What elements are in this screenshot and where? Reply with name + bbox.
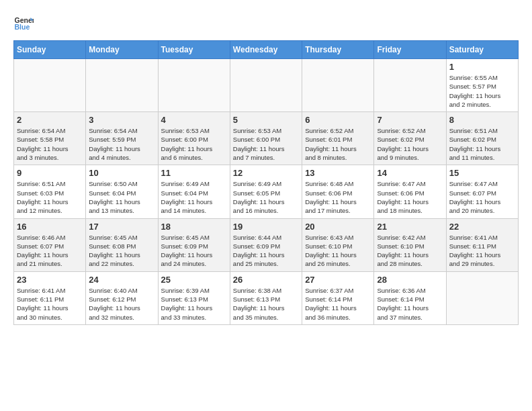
day-info: Sunrise: 6:51 AM Sunset: 6:03 PM Dayligh… [17, 179, 83, 215]
day-info: Sunrise: 6:53 AM Sunset: 6:00 PM Dayligh… [233, 126, 299, 162]
day-info: Sunrise: 6:42 AM Sunset: 6:10 PM Dayligh… [377, 233, 443, 269]
day-number: 17 [89, 222, 154, 232]
calendar-day-cell: 5Sunrise: 6:53 AM Sunset: 6:00 PM Daylig… [230, 112, 302, 165]
day-info: Sunrise: 6:49 AM Sunset: 6:05 PM Dayligh… [233, 179, 299, 215]
day-number: 1 [449, 62, 515, 72]
calendar-day-cell [302, 59, 374, 112]
calendar-day-cell: 22Sunrise: 6:41 AM Sunset: 6:11 PM Dayli… [446, 218, 518, 271]
day-number: 5 [233, 115, 299, 125]
day-info: Sunrise: 6:46 AM Sunset: 6:07 PM Dayligh… [17, 233, 83, 269]
calendar-day-cell: 11Sunrise: 6:49 AM Sunset: 6:04 PM Dayli… [158, 165, 230, 218]
day-info: Sunrise: 6:53 AM Sunset: 6:00 PM Dayligh… [161, 126, 227, 162]
calendar-day-cell: 19Sunrise: 6:44 AM Sunset: 6:09 PM Dayli… [230, 218, 302, 271]
day-number: 2 [17, 115, 83, 125]
calendar-day-cell: 26Sunrise: 6:38 AM Sunset: 6:13 PM Dayli… [230, 271, 302, 324]
day-number: 6 [305, 115, 371, 125]
calendar-day-cell: 28Sunrise: 6:36 AM Sunset: 6:14 PM Dayli… [374, 271, 446, 324]
day-number: 16 [17, 222, 83, 232]
calendar-day-cell [230, 59, 302, 112]
day-number: 19 [233, 222, 299, 232]
day-info: Sunrise: 6:48 AM Sunset: 6:06 PM Dayligh… [305, 179, 371, 215]
calendar-week-row: 1Sunrise: 6:55 AM Sunset: 5:57 PM Daylig… [14, 59, 519, 112]
day-info: Sunrise: 6:47 AM Sunset: 6:07 PM Dayligh… [449, 179, 515, 215]
svg-text:Blue: Blue [15, 23, 30, 31]
page-header: General Blue [13, 13, 519, 34]
weekday-header-friday: Friday [374, 41, 446, 59]
day-number: 21 [377, 222, 443, 232]
calendar-week-row: 9Sunrise: 6:51 AM Sunset: 6:03 PM Daylig… [14, 165, 519, 218]
weekday-header-sunday: Sunday [14, 41, 86, 59]
day-number: 20 [305, 222, 371, 232]
day-number: 18 [161, 222, 227, 232]
calendar-day-cell: 14Sunrise: 6:47 AM Sunset: 6:06 PM Dayli… [374, 165, 446, 218]
calendar-day-cell: 1Sunrise: 6:55 AM Sunset: 5:57 PM Daylig… [446, 59, 518, 112]
weekday-header-thursday: Thursday [302, 41, 374, 59]
day-number: 25 [161, 275, 227, 285]
day-number: 14 [377, 168, 443, 178]
calendar-day-cell: 18Sunrise: 6:45 AM Sunset: 6:09 PM Dayli… [158, 218, 230, 271]
calendar-day-cell [158, 59, 230, 112]
calendar-day-cell: 8Sunrise: 6:51 AM Sunset: 6:02 PM Daylig… [446, 112, 518, 165]
day-info: Sunrise: 6:39 AM Sunset: 6:13 PM Dayligh… [161, 286, 227, 322]
day-number: 12 [233, 168, 299, 178]
calendar-week-row: 2Sunrise: 6:54 AM Sunset: 5:58 PM Daylig… [14, 112, 519, 165]
calendar-day-cell [446, 271, 518, 324]
day-info: Sunrise: 6:54 AM Sunset: 5:59 PM Dayligh… [89, 126, 154, 162]
day-number: 9 [17, 168, 83, 178]
calendar-day-cell: 24Sunrise: 6:40 AM Sunset: 6:12 PM Dayli… [86, 271, 158, 324]
calendar-day-cell: 23Sunrise: 6:41 AM Sunset: 6:11 PM Dayli… [14, 271, 86, 324]
calendar-day-cell: 16Sunrise: 6:46 AM Sunset: 6:07 PM Dayli… [14, 218, 86, 271]
calendar-day-cell [374, 59, 446, 112]
day-info: Sunrise: 6:49 AM Sunset: 6:04 PM Dayligh… [161, 179, 227, 215]
day-info: Sunrise: 6:41 AM Sunset: 6:11 PM Dayligh… [449, 233, 515, 269]
calendar-day-cell: 12Sunrise: 6:49 AM Sunset: 6:05 PM Dayli… [230, 165, 302, 218]
calendar-day-cell: 25Sunrise: 6:39 AM Sunset: 6:13 PM Dayli… [158, 271, 230, 324]
day-info: Sunrise: 6:52 AM Sunset: 6:02 PM Dayligh… [377, 126, 443, 162]
calendar-day-cell: 6Sunrise: 6:52 AM Sunset: 6:01 PM Daylig… [302, 112, 374, 165]
day-number: 15 [449, 168, 515, 178]
calendar-day-cell: 21Sunrise: 6:42 AM Sunset: 6:10 PM Dayli… [374, 218, 446, 271]
calendar-day-cell [86, 59, 158, 112]
logo: General Blue [13, 13, 36, 34]
calendar-week-row: 23Sunrise: 6:41 AM Sunset: 6:11 PM Dayli… [14, 271, 519, 324]
weekday-header-saturday: Saturday [446, 41, 518, 59]
day-info: Sunrise: 6:41 AM Sunset: 6:11 PM Dayligh… [17, 286, 83, 322]
calendar-week-row: 16Sunrise: 6:46 AM Sunset: 6:07 PM Dayli… [14, 218, 519, 271]
day-info: Sunrise: 6:50 AM Sunset: 6:04 PM Dayligh… [89, 179, 154, 215]
calendar-day-cell: 17Sunrise: 6:45 AM Sunset: 6:08 PM Dayli… [86, 218, 158, 271]
day-number: 3 [89, 115, 154, 125]
day-info: Sunrise: 6:52 AM Sunset: 6:01 PM Dayligh… [305, 126, 371, 162]
day-info: Sunrise: 6:36 AM Sunset: 6:14 PM Dayligh… [377, 286, 443, 322]
calendar-day-cell [14, 59, 86, 112]
day-number: 11 [161, 168, 227, 178]
calendar-day-cell: 15Sunrise: 6:47 AM Sunset: 6:07 PM Dayli… [446, 165, 518, 218]
day-number: 4 [161, 115, 227, 125]
day-number: 27 [305, 275, 371, 285]
logo-icon: General Blue [13, 13, 34, 34]
calendar-day-cell: 20Sunrise: 6:43 AM Sunset: 6:10 PM Dayli… [302, 218, 374, 271]
day-number: 13 [305, 168, 371, 178]
weekday-header-monday: Monday [86, 41, 158, 59]
day-number: 7 [377, 115, 443, 125]
day-info: Sunrise: 6:38 AM Sunset: 6:13 PM Dayligh… [233, 286, 299, 322]
day-info: Sunrise: 6:51 AM Sunset: 6:02 PM Dayligh… [449, 126, 515, 162]
day-info: Sunrise: 6:45 AM Sunset: 6:09 PM Dayligh… [161, 233, 227, 269]
day-info: Sunrise: 6:44 AM Sunset: 6:09 PM Dayligh… [233, 233, 299, 269]
calendar-day-cell: 13Sunrise: 6:48 AM Sunset: 6:06 PM Dayli… [302, 165, 374, 218]
calendar-header-row: SundayMondayTuesdayWednesdayThursdayFrid… [14, 41, 519, 59]
calendar-day-cell: 3Sunrise: 6:54 AM Sunset: 5:59 PM Daylig… [86, 112, 158, 165]
day-number: 8 [449, 115, 515, 125]
calendar-day-cell: 10Sunrise: 6:50 AM Sunset: 6:04 PM Dayli… [86, 165, 158, 218]
calendar-table: SundayMondayTuesdayWednesdayThursdayFrid… [13, 40, 519, 325]
calendar-day-cell: 4Sunrise: 6:53 AM Sunset: 6:00 PM Daylig… [158, 112, 230, 165]
day-info: Sunrise: 6:47 AM Sunset: 6:06 PM Dayligh… [377, 179, 443, 215]
day-info: Sunrise: 6:55 AM Sunset: 5:57 PM Dayligh… [449, 73, 515, 109]
weekday-header-wednesday: Wednesday [230, 41, 302, 59]
day-info: Sunrise: 6:37 AM Sunset: 6:14 PM Dayligh… [305, 286, 371, 322]
day-number: 28 [377, 275, 443, 285]
day-number: 24 [89, 275, 154, 285]
day-info: Sunrise: 6:45 AM Sunset: 6:08 PM Dayligh… [89, 233, 154, 269]
weekday-header-tuesday: Tuesday [158, 41, 230, 59]
day-number: 26 [233, 275, 299, 285]
calendar-day-cell: 2Sunrise: 6:54 AM Sunset: 5:58 PM Daylig… [14, 112, 86, 165]
